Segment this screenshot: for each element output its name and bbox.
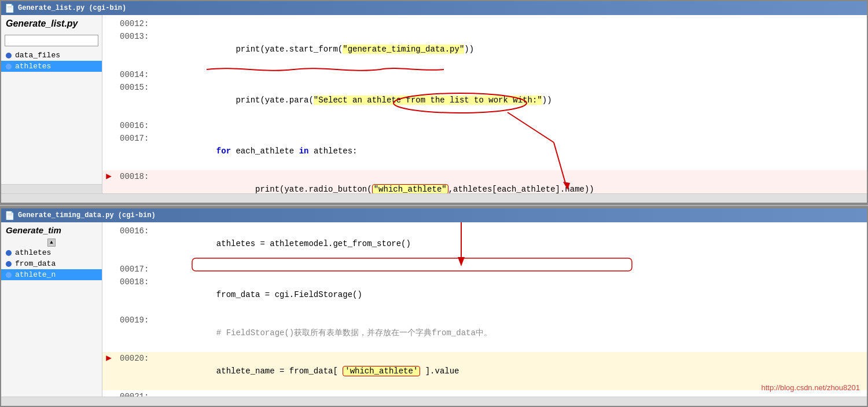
code-line-13: 00013: print(yate.start_form("generate_t…	[102, 30, 867, 68]
bottom-sidebar-label-athlete-n: athlete_n	[15, 270, 56, 279]
arrow-marker-13	[102, 30, 115, 43]
code-line-14: 00014:	[102, 68, 867, 81]
top-window-titlebar: 📄 Generate_list.py (cgi-bin)	[1, 1, 867, 15]
arrow-marker-17	[102, 132, 115, 145]
dot-icon-b-from-data	[6, 261, 12, 267]
bottom-window-title: Generate_timing_data.py (cgi-bin)	[18, 211, 156, 219]
watermark: http://blog.csdn.net/zhou8201	[761, 383, 860, 392]
sidebar-item-label-athletes: athletes	[15, 62, 51, 71]
b-code-line-18: 00018: from_data = cgi.FieldStorage()	[102, 276, 867, 314]
arrow-marker-12	[102, 17, 115, 30]
top-code-area[interactable]: 00012: 00013: print(yate.start_form("gen…	[102, 15, 867, 193]
sidebar-item-data-files[interactable]: data_files	[1, 50, 102, 61]
code-line-18: ▶ 00018: print(yate.radio_button("which_…	[102, 170, 867, 193]
arrow-marker-14	[102, 68, 115, 81]
b-arrow-marker-17	[102, 263, 115, 276]
bottom-window-icon: 📄	[5, 211, 14, 221]
sidebar-item-label-data-files: data_files	[15, 51, 60, 60]
top-window: 📄 Generate_list.py (cgi-bin) Generate_li…	[0, 0, 868, 204]
b-arrow-marker-18	[102, 276, 115, 288]
top-window-icon: 📄	[5, 3, 14, 13]
bottom-sidebar-label-athletes: athletes	[15, 248, 51, 257]
top-sidebar-search[interactable]	[5, 35, 98, 46]
top-sidebar-list: data_files athletes	[1, 49, 102, 184]
which-athlete-highlight: 'which_athlete'	[343, 366, 420, 376]
bottom-sidebar-list: ▲ athletes from_data athlete_n	[1, 238, 102, 397]
arrow-marker-15	[102, 81, 115, 94]
sidebar-item-athletes[interactable]: athletes	[1, 61, 102, 72]
dot-icon-b-athletes	[6, 250, 12, 256]
bottom-sidebar: Generate_tim ▲ athletes from_d	[1, 222, 102, 397]
bottom-sidebar-item-from-data[interactable]: from_data	[1, 258, 102, 269]
bottom-sidebar-items: ▲ athletes from_data athlete_n	[1, 238, 102, 397]
bottom-sidebar-title: Generate_tim	[1, 222, 102, 238]
b-arrow-marker-21	[102, 390, 115, 397]
dot-icon-data-files	[6, 53, 12, 58]
bottom-sidebar-item-athlete-n[interactable]: athlete_n	[1, 269, 102, 280]
bottom-sidebar-label-from-data: from_data	[15, 259, 56, 268]
arrow-marker-18: ▶	[102, 170, 115, 183]
top-window-title: Generate_list.py (cgi-bin)	[18, 4, 126, 12]
dot-icon-b-athlete-n	[6, 272, 12, 278]
top-sidebar-scrollbar[interactable]	[1, 184, 102, 193]
scroll-up-btn[interactable]: ▲	[47, 239, 56, 247]
top-scrollbar-h[interactable]	[1, 193, 867, 203]
bottom-scrollbar-h[interactable]	[1, 397, 867, 406]
arrow-marker-16	[102, 119, 115, 132]
b-arrow-marker-20: ▶	[102, 352, 115, 365]
code-line-17: 00017: for each_athlete in athletes:	[102, 132, 867, 170]
bottom-sidebar-item-athletes[interactable]: athletes	[1, 247, 102, 258]
b-arrow-marker-16	[102, 225, 115, 237]
dot-icon-athletes	[6, 64, 12, 69]
bottom-window-titlebar: 📄 Generate_timing_data.py (cgi-bin)	[1, 208, 867, 222]
bottom-window: 📄 Generate_timing_data.py (cgi-bin) Gene…	[0, 207, 868, 407]
b-code-line-20: ▶ 00020: athlete_name = from_data[ 'whic…	[102, 352, 867, 390]
b-code-line-16: 00016: athletes = athletemodel.get_from_…	[102, 225, 867, 263]
b-code-line-17: 00017:	[102, 263, 867, 276]
top-sidebar: Generate_list.py data_files athletes	[1, 15, 102, 193]
code-line-12: 00012:	[102, 17, 867, 30]
code-line-16: 00016:	[102, 119, 867, 132]
b-code-line-21: 00021:	[102, 390, 867, 397]
code-line-15: 00015: print(yate.para("Select an athlet…	[102, 81, 867, 119]
bottom-code-area[interactable]: 00016: athletes = athletemodel.get_from_…	[102, 222, 867, 397]
b-code-line-19: 00019: # FieldStorage()获取所有表单数据，并存放在一个字典…	[102, 314, 867, 352]
b-arrow-marker-19	[102, 314, 115, 327]
top-sidebar-title: Generate_list.py	[1, 15, 102, 32]
